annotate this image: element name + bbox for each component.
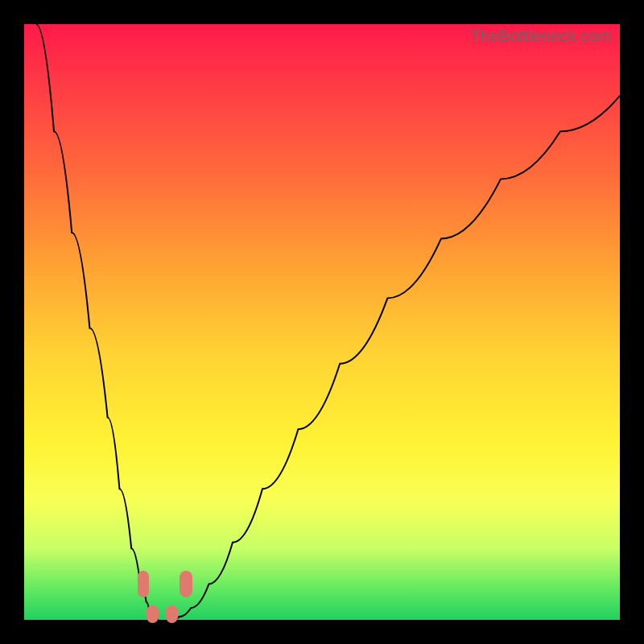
chart-frame: TheBottleneck.com xyxy=(0,0,644,644)
bottleneck-curve xyxy=(24,24,620,620)
curve-left-branch xyxy=(36,24,159,620)
chart-plot-area: TheBottleneck.com xyxy=(24,24,620,620)
watermark-text: TheBottleneck.com xyxy=(470,27,612,46)
marker-left-upper xyxy=(138,571,150,597)
curve-right-branch xyxy=(173,96,620,620)
marker-right-lower xyxy=(166,605,178,623)
marker-right-upper xyxy=(180,571,192,597)
marker-left-lower xyxy=(147,605,159,623)
